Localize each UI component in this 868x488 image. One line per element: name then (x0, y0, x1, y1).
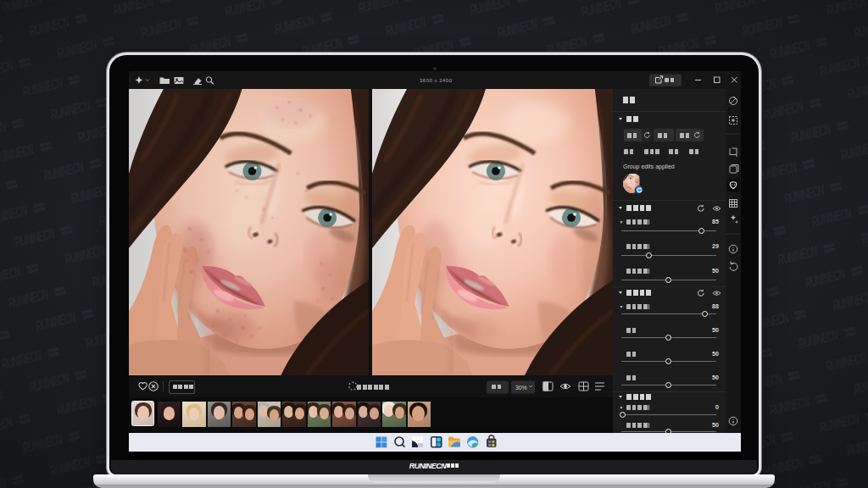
svg-text:3600 x 2400: 3600 x 2400 (420, 78, 453, 83)
svg-text:30%: 30% (515, 385, 527, 391)
